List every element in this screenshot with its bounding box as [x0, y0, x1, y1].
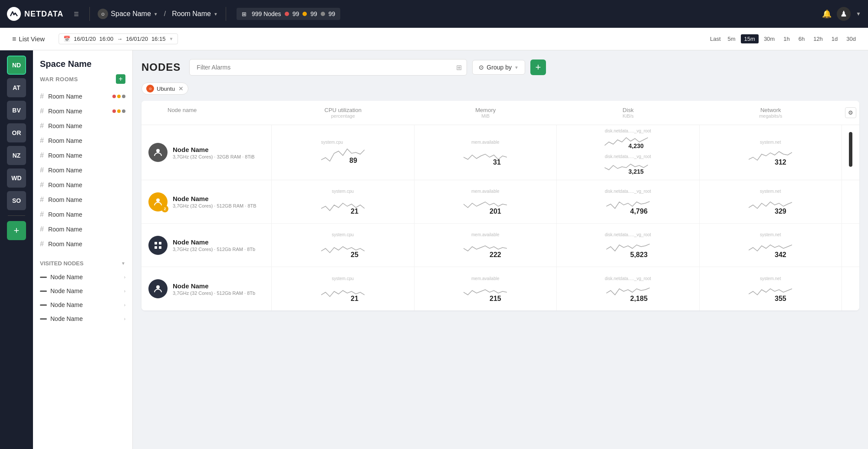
disk-label-1b: disk.netdata....._vg_root — [605, 154, 651, 159]
group-by-button[interactable]: ⊙ Group by ▼ — [472, 60, 525, 75]
room-item-8[interactable]: #Room Name — [33, 192, 132, 207]
node-row-4[interactable]: Node Name 3,7GHz (32 Cores) · 512Gb RAM … — [141, 267, 859, 310]
hamburger-button[interactable]: ☰ — [70, 7, 82, 21]
sidebar-avatar-bv[interactable]: BV — [7, 101, 26, 120]
visited-node-bar-1 — [40, 277, 47, 278]
preset-12h[interactable]: 12h — [810, 34, 826, 43]
cpu-sparkline-2: 21 — [321, 195, 365, 215]
top-navbar: NETDATA ☰ ⊙ Space Name ▼ / Room Name ▼ ⊞… — [0, 0, 868, 28]
visited-node-2[interactable]: Node Name › — [33, 284, 132, 298]
table-header: Node name CPU utilization percentage Mem… — [141, 101, 859, 125]
svg-text:21: 21 — [351, 295, 358, 302]
node-icon-4 — [148, 279, 168, 298]
room-item-11[interactable]: #Room Name — [33, 237, 132, 251]
filter-input[interactable] — [189, 59, 467, 76]
row4-spacer — [842, 267, 859, 310]
preset-1d[interactable]: 1d — [828, 34, 841, 43]
node-specs-2: 3,7GHz (32 Cores) · 512GB RAM · 8TB — [173, 203, 256, 208]
room-item-9[interactable]: #Room Name — [33, 207, 132, 222]
room-item-10[interactable]: #Room Name — [33, 222, 132, 237]
room-alerts-1 — [112, 95, 125, 98]
svg-text:5,823: 5,823 — [630, 251, 648, 258]
visited-node-4[interactable]: Node Name › — [33, 312, 132, 326]
nodes-title: NODES — [141, 61, 181, 73]
node-row-3[interactable]: Node Name 3,7GHz (32 Cores) · 512Gb RAM … — [141, 224, 859, 267]
app-logo[interactable]: NETDATA — [7, 7, 63, 21]
second-navbar: ≡ List View 📅 16/01/20 16:00 → 16/01/20 … — [0, 28, 868, 50]
preset-15m[interactable]: 15m — [741, 34, 759, 43]
disk-chart-1: disk.netdata....._vg_root 4,230 disk.net… — [557, 125, 700, 180]
th-settings: ⚙ — [842, 105, 859, 120]
date-to: 16/01/20 — [126, 36, 148, 42]
visited-node-1[interactable]: Node Name › — [33, 270, 132, 284]
tag-close-button[interactable]: ✕ — [178, 85, 184, 92]
preset-30d[interactable]: 30d — [843, 34, 859, 43]
room-item-3[interactable]: #Room Name — [33, 119, 132, 133]
th-cpu-label: CPU utilization — [275, 107, 411, 113]
space-name-header: Space Name — [33, 56, 132, 71]
date-range-picker[interactable]: 📅 16/01/20 16:00 → 16/01/20 16:15 ▼ — [59, 33, 178, 44]
disk-sparkline-4: 2,185 — [606, 283, 650, 302]
visited-node-chevron-1: › — [124, 275, 125, 280]
sidebar-add-button[interactable]: + — [7, 221, 26, 240]
room-alerts-2 — [112, 109, 125, 113]
sidebar-avatar-so[interactable]: SO — [7, 191, 26, 210]
add-room-button[interactable]: + — [116, 74, 125, 84]
room-item-4[interactable]: #Room Name — [33, 133, 132, 148]
preset-30m[interactable]: 30m — [760, 34, 778, 43]
space-selector[interactable]: ⊙ Space Name ▼ — [93, 6, 162, 22]
user-avatar[interactable]: ♟ — [837, 7, 851, 21]
visited-node-3[interactable]: Node Name › — [33, 298, 132, 312]
bell-button[interactable]: 🔔 — [822, 9, 832, 19]
add-node-button[interactable]: + — [530, 59, 546, 75]
nav-right: 🔔 ♟ ▼ — [822, 7, 861, 21]
node-row-1[interactable]: Node Name 3,7GHz (32 Cores) · 32GB RAM ·… — [141, 125, 859, 180]
room-item-6[interactable]: #Room Name — [33, 163, 132, 178]
visited-nodes-label: Visited Nodes — [40, 260, 83, 267]
svg-text:201: 201 — [490, 208, 501, 215]
nodes-toolbar: NODES ⊞ ⊙ Group by ▼ + — [141, 59, 859, 76]
cpu-chart-4: system.cpu 21 — [272, 267, 414, 310]
room-item-5[interactable]: #Room Name — [33, 148, 132, 163]
avatar-dropdown[interactable]: ▼ — [856, 11, 861, 17]
sidebar-avatar-nz[interactable]: NZ — [7, 146, 26, 165]
time-presets: Last 5m 15m 30m 1h 6h 12h 1d 30d — [710, 34, 859, 43]
visited-node-name-3: Node Name — [50, 301, 83, 308]
rooms-panel: Space Name War Rooms + # Room Name # Roo… — [33, 50, 133, 449]
disk-sparkline-1a: 4,230 — [605, 133, 648, 149]
list-view-button[interactable]: ≡ List View — [9, 33, 48, 45]
preset-5m[interactable]: 5m — [724, 34, 739, 43]
svg-text:4,230: 4,230 — [628, 142, 644, 149]
alert-count-gray: 99 — [329, 10, 335, 17]
room-name: Room Name — [172, 10, 211, 18]
room-item-7[interactable]: #Room Name — [33, 178, 132, 192]
mem-chart-3: mem.available 222 — [414, 224, 557, 267]
room-selector[interactable]: Room Name ▼ — [168, 7, 222, 20]
node-badge-2: 2 — [161, 205, 168, 212]
visited-node-bar-2 — [40, 291, 47, 292]
disk-label-3a: disk.netdata....._vg_root — [605, 232, 651, 237]
node-info-4: Node Name 3,7GHz (32 Cores) · 512Gb RAM … — [141, 267, 272, 310]
sidebar-avatar-nd[interactable]: ND — [7, 56, 26, 75]
sidebar-avatar-at[interactable]: AT — [7, 78, 26, 97]
visited-nodes-header[interactable]: Visited Nodes ▼ — [33, 257, 132, 270]
room-item-1[interactable]: # Room Name — [33, 89, 132, 104]
room-alert-gray-2 — [122, 109, 125, 113]
sidebar-avatar-or[interactable]: OR — [7, 123, 26, 142]
group-by-label: Group by — [487, 64, 512, 71]
preset-6h[interactable]: 6h — [795, 34, 808, 43]
room-item-2[interactable]: # Room Name — [33, 104, 132, 119]
th-mem-label: Memory — [418, 107, 554, 113]
node-info-2: 2 Node Name 3,7GHz (32 Cores) · 512GB RA… — [141, 180, 272, 223]
svg-rect-12 — [159, 242, 161, 244]
node-row-2[interactable]: 2 Node Name 3,7GHz (32 Cores) · 512GB RA… — [141, 180, 859, 224]
mem-label-4: mem.available — [471, 276, 499, 281]
sidebar-avatar-wd[interactable]: WD — [7, 168, 26, 188]
preset-1h[interactable]: 1h — [780, 34, 793, 43]
disk-chart-4: disk.netdata....._vg_root 2,185 — [557, 267, 700, 310]
table-settings-button[interactable]: ⚙ — [845, 107, 856, 118]
scroll-thumb[interactable] — [849, 132, 852, 167]
alert-dot-gray — [321, 12, 325, 16]
filter-input-wrap: ⊞ — [189, 59, 467, 76]
svg-text:31: 31 — [493, 158, 501, 165]
